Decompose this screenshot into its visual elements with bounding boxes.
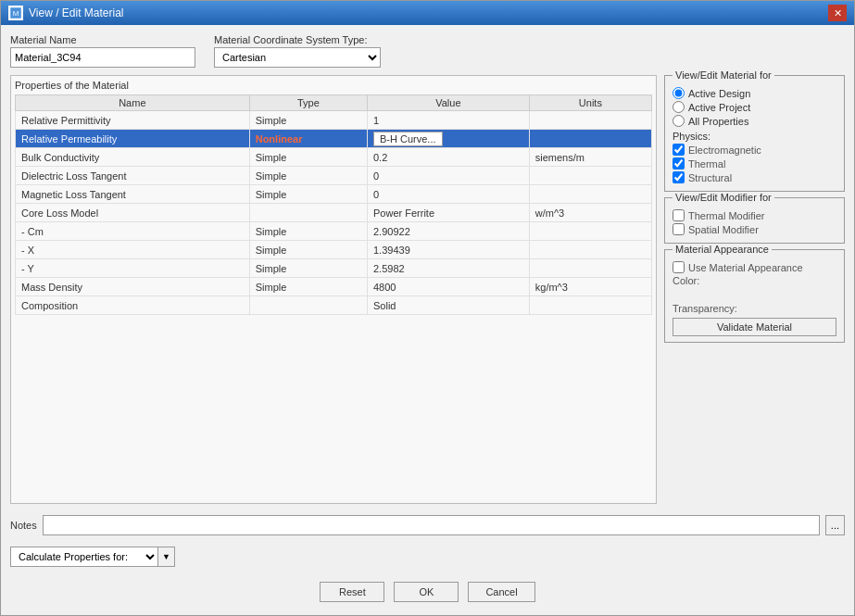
right-panel: View/Edit Material for Active Design Act… [664,75,845,504]
ok-button[interactable]: OK [394,582,459,602]
col-header-units: Units [529,95,651,111]
view-edit-material-group: View/Edit Material for Active Design Act… [664,75,845,192]
properties-table: Name Type Value Units Relative Permittiv… [15,94,652,315]
notes-row: Notes ... [10,511,845,535]
table-row[interactable]: Bulk ConductivitySimple0.2siemens/m [16,148,652,167]
table-row[interactable]: Relative PermittivitySimple1 [16,111,652,130]
checkbox-thermal-modifier-label: Thermal Modifier [688,210,765,221]
validate-material-button[interactable]: Validate Material [673,318,836,336]
radio-active-project[interactable]: Active Project [673,101,836,113]
cell-value: B-H Curve... [367,130,529,148]
cell-units [529,259,651,278]
table-row[interactable]: CompositionSolid [16,296,652,315]
cell-value: 0 [367,167,529,185]
calculate-select-wrap: Calculate Properties for: ▼ [10,547,175,567]
cell-units [529,241,651,259]
view-edit-material-title: View/Edit Material for [673,69,774,81]
cell-value: 1 [367,111,529,130]
cell-units [529,296,651,315]
bh-curve-button[interactable]: B-H Curve... [373,132,443,146]
use-material-appearance-label: Use Material Appearance [688,262,803,273]
calculate-select[interactable]: Calculate Properties for: [10,547,158,567]
table-row[interactable]: - XSimple1.39439 [16,241,652,259]
cell-type [249,204,367,222]
view-edit-modifier-group: View/Edit Modifier for Thermal Modifier … [664,197,845,244]
cell-value: 4800 [367,278,529,296]
cell-name: Relative Permeability [16,130,250,148]
cell-name: Bulk Conductivity [16,148,250,167]
transparency-label: Transparency: [673,303,836,314]
radio-all-properties-label: All Properties [688,116,748,127]
cell-name: - Cm [16,222,250,241]
table-row[interactable]: Magnetic Loss TangentSimple0 [16,185,652,204]
cell-name: Magnetic Loss Tangent [16,185,250,204]
checkbox-thermal[interactable]: Thermal [673,157,836,170]
table-row[interactable]: Mass DensitySimple4800kg/m^3 [16,278,652,296]
cell-value: 2.5982 [367,259,529,278]
title-bar: M View / Edit Material ✕ [1,1,854,25]
cell-units [529,167,651,185]
notes-label: Notes [10,520,37,531]
table-row[interactable]: Dielectric Loss TangentSimple0 [16,167,652,185]
cell-type [249,296,367,315]
cancel-button[interactable]: Cancel [468,582,534,602]
radio-active-project-label: Active Project [688,102,750,113]
checkbox-use-material-appearance[interactable]: Use Material Appearance [673,261,836,273]
window-title: View / Edit Material [29,6,124,19]
cell-name: - X [16,241,250,259]
checkbox-spatial-modifier[interactable]: Spatial Modifier [673,223,836,235]
cell-name: Relative Permittivity [16,111,250,130]
radio-all-properties[interactable]: All Properties [673,115,836,127]
cell-type: Simple [249,111,367,130]
reset-button[interactable]: Reset [320,582,384,602]
close-button[interactable]: ✕ [828,5,847,21]
cell-name: Composition [16,296,250,315]
notes-ellipsis-button[interactable]: ... [825,515,845,535]
checkbox-structural[interactable]: Structural [673,171,836,183]
table-row[interactable]: Relative PermeabilityNonlinearB-H Curve.… [16,130,652,148]
calculate-dropdown-arrow[interactable]: ▼ [158,547,175,567]
material-appearance-title: Material Appearance [673,244,772,255]
material-name-input[interactable] [10,47,195,68]
cell-value: 2.90922 [367,222,529,241]
cell-units [529,185,651,204]
view-edit-modifier-title: View/Edit Modifier for [673,192,774,203]
col-header-type: Type [249,95,367,111]
col-header-value: Value [367,95,529,111]
cell-units [529,130,651,148]
checkbox-thermal-modifier[interactable]: Thermal Modifier [673,209,836,221]
table-row[interactable]: Core Loss ModelPower Ferritew/m^3 [16,204,652,222]
svg-text:M: M [13,9,19,18]
action-buttons: Reset OK Cancel [10,578,845,606]
cell-value: 0.2 [367,148,529,167]
cell-type: Simple [249,185,367,204]
coordinate-system-group: Material Coordinate System Type: Cartesi… [214,34,381,68]
col-header-name: Name [16,95,250,111]
coordinate-system-label: Material Coordinate System Type: [214,34,381,45]
material-name-group: Material Name [10,34,195,68]
material-name-label: Material Name [10,34,195,45]
radio-active-design[interactable]: Active Design [673,87,836,99]
notes-input[interactable] [43,515,820,535]
calculate-row: Calculate Properties for: ▼ [10,543,845,571]
cell-units [529,222,651,241]
cell-units: siemens/m [529,148,651,167]
cell-type: Nonlinear [249,130,367,148]
cell-name: Core Loss Model [16,204,250,222]
cell-type: Simple [249,259,367,278]
table-row[interactable]: - YSimple2.5982 [16,259,652,278]
cell-name: Dielectric Loss Tangent [16,167,250,185]
table-row[interactable]: - CmSimple2.90922 [16,222,652,241]
color-label: Color: [673,275,836,286]
coordinate-system-select[interactable]: Cartesian Cylindrical Spherical [214,47,381,68]
main-window: M View / Edit Material ✕ Material Name M… [0,0,855,616]
cell-value: 1.39439 [367,241,529,259]
cell-name: Mass Density [16,278,250,296]
physics-label: Physics: [673,131,836,142]
cell-name: - Y [16,259,250,278]
checkbox-structural-label: Structural [688,172,732,183]
cell-units: w/m^3 [529,204,651,222]
cell-value: 0 [367,185,529,204]
cell-type: Simple [249,241,367,259]
checkbox-electromagnetic[interactable]: Electromagnetic [673,144,836,156]
